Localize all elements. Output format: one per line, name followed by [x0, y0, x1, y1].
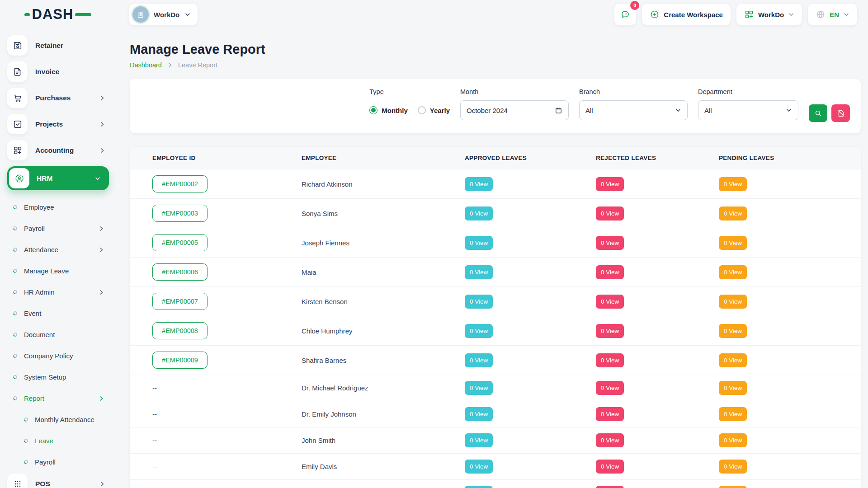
- pending-leaves-badge[interactable]: 0 View: [719, 295, 747, 309]
- employee-id-button[interactable]: #EMP00002: [152, 175, 208, 192]
- branch-value: All: [585, 107, 593, 114]
- pending-leaves-badge[interactable]: 0 View: [719, 381, 747, 395]
- pending-leaves-badge[interactable]: 0 View: [719, 407, 747, 421]
- sidebar-subitem-company-policy[interactable]: Company Policy: [13, 345, 109, 366]
- approved-leaves-badge[interactable]: 0 View: [465, 177, 493, 191]
- sidebar-item-invoice[interactable]: Invoice: [7, 61, 109, 82]
- rejected-leaves-badge[interactable]: 0 View: [596, 177, 624, 191]
- pending-leaves-badge[interactable]: 0 View: [719, 433, 747, 447]
- employee-name: Chloe Humphrey: [302, 327, 353, 335]
- approved-leaves-badge[interactable]: 0 View: [465, 381, 493, 395]
- clear-filter-button[interactable]: [831, 104, 850, 122]
- sidebar-item-projects[interactable]: Projects: [7, 114, 109, 134]
- sidebar-item-accounting[interactable]: Accounting: [7, 140, 109, 160]
- sidebar-subitem-document[interactable]: Document: [13, 324, 109, 345]
- sidebar-item-hrm[interactable]: HRM: [7, 166, 109, 190]
- approved-leaves-badge[interactable]: 0 View: [465, 407, 493, 421]
- employee-id-button[interactable]: #EMP00003: [152, 205, 208, 222]
- sidebar-subitem-manage-leave[interactable]: Manage Leave: [13, 260, 109, 282]
- messages-button[interactable]: 0: [614, 4, 636, 25]
- sidebar-subitem-hr-admin[interactable]: HR Admin: [13, 282, 109, 303]
- approved-leaves-badge[interactable]: 0 View: [465, 460, 493, 474]
- sidebar-subitem-system-setup[interactable]: System Setup: [13, 366, 109, 388]
- employee-name: Shafira Barnes: [302, 357, 346, 364]
- table-row: -- Dr. Michael Rodriguez 0 View 0 View 0…: [130, 375, 861, 401]
- rejected-leaves-badge[interactable]: 0 View: [596, 295, 624, 309]
- department-select[interactable]: All: [698, 100, 798, 120]
- pending-leaves-badge[interactable]: 0 View: [719, 265, 747, 279]
- rejected-leaves-badge[interactable]: 0 View: [596, 353, 624, 367]
- sidebar-item-purchases[interactable]: Purchases: [7, 88, 109, 108]
- pending-leaves-badge[interactable]: 0 View: [719, 236, 747, 250]
- sidebar-item-label: Invoice: [35, 68, 59, 76]
- approved-leaves-badge[interactable]: 0 View: [465, 486, 493, 488]
- building-icon: [136, 10, 145, 19]
- employee-id-empty: --: [152, 384, 157, 392]
- pending-leaves-badge[interactable]: 0 View: [719, 353, 747, 367]
- employee-id-button[interactable]: #EMP00009: [152, 352, 208, 369]
- page-title: Manage Leave Report: [130, 42, 861, 57]
- search-button[interactable]: [809, 104, 827, 122]
- table-row: #EMP00005 Joseph Fiennes 0 View 0 View 0…: [130, 228, 861, 258]
- workspace-selector[interactable]: WorkDo: [129, 4, 198, 25]
- approved-leaves-badge[interactable]: 0 View: [465, 295, 493, 309]
- employee-id-button[interactable]: #EMP00005: [152, 234, 208, 251]
- approved-leaves-badge[interactable]: 0 View: [465, 206, 493, 221]
- approved-leaves-badge[interactable]: 0 View: [465, 324, 493, 338]
- branch-select[interactable]: All: [579, 100, 688, 120]
- rejected-leaves-badge[interactable]: 0 View: [596, 206, 624, 221]
- sidebar-item-pos[interactable]: POS: [7, 474, 109, 488]
- sidebar-subitem-attendance[interactable]: Attendance: [13, 239, 109, 260]
- app-switcher-button[interactable]: WorkDo: [736, 4, 802, 25]
- table-row: #EMP00003 Sonya Sims 0 View 0 View 0 Vie…: [130, 199, 861, 228]
- table-header-row: EMPLOYEE IDEMPLOYEEAPPROVED LEAVESREJECT…: [130, 147, 861, 169]
- rejected-leaves-badge[interactable]: 0 View: [596, 486, 624, 488]
- approved-leaves-badge[interactable]: 0 View: [465, 265, 493, 279]
- table-body: #EMP00002 Richard Atkinson 0 View 0 View…: [130, 169, 861, 488]
- rejected-leaves-badge[interactable]: 0 View: [596, 433, 624, 447]
- pending-leaves-badge[interactable]: 0 View: [719, 206, 747, 221]
- employee-id-button[interactable]: #EMP00008: [152, 322, 208, 339]
- sidebar-subitem-report[interactable]: Report: [13, 388, 109, 409]
- sidebar-item-retainer[interactable]: Retainer: [7, 35, 109, 56]
- icon-box: [7, 474, 28, 488]
- branch-filter-group: Branch All: [579, 88, 688, 120]
- brand-logo[interactable]: DASH: [24, 6, 92, 23]
- icon-box: [7, 61, 28, 82]
- logo-wrap: DASH: [0, 6, 116, 23]
- type-radio-group: Monthly Yearly: [369, 100, 450, 120]
- employee-id-button[interactable]: #EMP00006: [152, 263, 208, 281]
- rejected-leaves-badge[interactable]: 0 View: [596, 236, 624, 250]
- sidebar-subitem-payroll[interactable]: Payroll: [24, 451, 109, 473]
- pending-leaves-badge[interactable]: 0 View: [719, 177, 747, 191]
- employee-id-button[interactable]: #EMP00007: [152, 293, 208, 310]
- save-icon: [13, 41, 23, 51]
- sidebar-subitem-monthly-attendance[interactable]: Monthly Attendance: [24, 409, 109, 430]
- rejected-leaves-badge[interactable]: 0 View: [596, 407, 624, 421]
- radio-yearly[interactable]: Yearly: [418, 106, 450, 114]
- app-switcher-label: WorkDo: [758, 11, 784, 19]
- pos-icon: [13, 479, 23, 488]
- pending-leaves-badge[interactable]: 0 View: [719, 486, 747, 488]
- sidebar-subitem-employee[interactable]: Employee: [13, 197, 109, 218]
- approved-leaves-badge[interactable]: 0 View: [465, 433, 493, 447]
- sidebar-subitem-event[interactable]: Event: [13, 303, 109, 324]
- pending-leaves-badge[interactable]: 0 View: [719, 324, 747, 338]
- rejected-leaves-badge[interactable]: 0 View: [596, 381, 624, 395]
- chevron-right-icon: [98, 395, 104, 402]
- breadcrumb-dashboard-link[interactable]: Dashboard: [130, 61, 162, 69]
- approved-leaves-badge[interactable]: 0 View: [465, 236, 493, 250]
- month-input[interactable]: October 2024: [460, 100, 569, 120]
- create-workspace-button[interactable]: Create Workspace: [642, 4, 731, 25]
- pending-leaves-badge[interactable]: 0 View: [719, 460, 747, 474]
- approved-leaves-badge[interactable]: 0 View: [465, 353, 493, 367]
- language-selector[interactable]: EN: [808, 4, 857, 25]
- sidebar-subitem-payroll[interactable]: Payroll: [13, 218, 109, 239]
- radio-monthly[interactable]: Monthly: [369, 106, 408, 114]
- rejected-leaves-badge[interactable]: 0 View: [596, 324, 624, 338]
- rejected-leaves-badge[interactable]: 0 View: [596, 460, 624, 474]
- sidebar-item-label: Retainer: [35, 42, 63, 50]
- rejected-leaves-badge[interactable]: 0 View: [596, 265, 624, 279]
- employee-name: Dr. Emily Johnson: [302, 410, 356, 418]
- sidebar-subitem-leave[interactable]: Leave: [24, 430, 109, 451]
